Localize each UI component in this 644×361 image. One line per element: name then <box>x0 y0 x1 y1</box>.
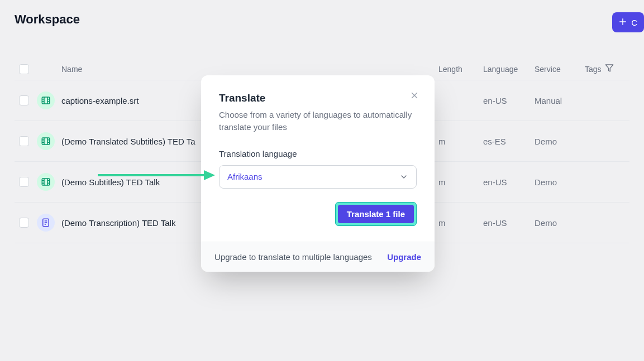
document-icon <box>37 214 55 232</box>
col-header-name[interactable]: Name <box>61 65 438 74</box>
col-header-tags[interactable]: Tags <box>585 64 625 74</box>
chevron-down-icon <box>399 172 408 181</box>
file-language: en-US <box>483 218 535 228</box>
film-icon <box>37 173 55 191</box>
translate-button-highlight: Translate 1 file <box>335 202 417 226</box>
col-header-tags-label: Tags <box>585 65 602 74</box>
close-button[interactable] <box>407 89 422 104</box>
file-length: m <box>438 137 483 146</box>
file-language: en-US <box>483 96 535 105</box>
translation-language-value: Afrikaans <box>227 172 263 181</box>
page-title: Workspace <box>15 12 80 27</box>
plus-icon <box>618 17 628 28</box>
file-service: Demo <box>535 218 585 228</box>
file-service: Manual <box>535 96 585 105</box>
file-language: en-US <box>483 177 535 187</box>
file-length: m <box>438 218 483 228</box>
film-icon <box>37 132 55 150</box>
film-icon <box>37 92 55 109</box>
svg-marker-2 <box>605 65 613 71</box>
col-header-language[interactable]: Language <box>483 65 535 74</box>
upgrade-footer-text: Upgrade to translate to multiple languag… <box>214 252 372 262</box>
svg-rect-10 <box>42 138 50 145</box>
filter-icon[interactable] <box>605 64 614 74</box>
modal-description: Choose from a variety of languages to au… <box>219 109 417 133</box>
row-checkbox[interactable] <box>19 177 29 187</box>
select-all-checkbox[interactable] <box>19 64 29 74</box>
file-length: m <box>438 177 483 187</box>
close-icon <box>409 90 419 103</box>
col-header-length[interactable]: Length <box>438 65 483 74</box>
col-header-service[interactable]: Service <box>535 65 585 74</box>
translation-language-select[interactable]: Afrikaans <box>219 165 417 189</box>
file-service: Demo <box>535 137 585 146</box>
svg-rect-3 <box>42 97 50 104</box>
create-button-label: C <box>631 18 637 27</box>
upgrade-link[interactable]: Upgrade <box>387 252 421 262</box>
row-checkbox[interactable] <box>19 95 29 105</box>
svg-rect-17 <box>42 179 50 185</box>
row-checkbox[interactable] <box>19 218 29 228</box>
translate-modal: Translate Choose from a variety of langu… <box>201 75 435 272</box>
translate-button[interactable]: Translate 1 file <box>338 205 414 223</box>
translation-language-label: Translation language <box>219 149 417 158</box>
file-service: Demo <box>535 177 585 187</box>
modal-title: Translate <box>219 92 417 104</box>
row-checkbox[interactable] <box>19 136 29 146</box>
file-language: es-ES <box>483 137 535 146</box>
create-button[interactable]: C <box>612 12 644 32</box>
